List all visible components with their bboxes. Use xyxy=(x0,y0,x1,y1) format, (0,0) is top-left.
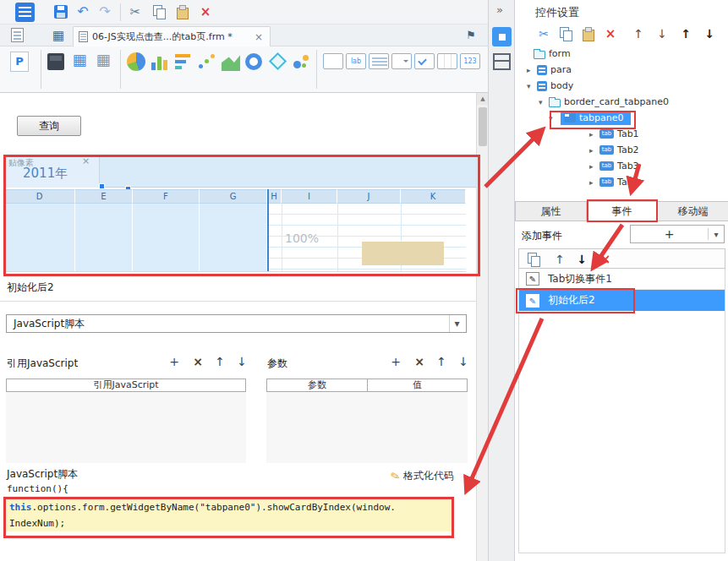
chevron-down-icon[interactable]: ▾ xyxy=(527,82,537,90)
placeholder-block[interactable] xyxy=(362,242,444,265)
chevron-right-icon[interactable]: ▸ xyxy=(589,146,599,155)
delete-event-button[interactable]: × xyxy=(597,251,614,268)
code-line-2[interactable]: IndexNum); xyxy=(6,515,452,531)
scroll-up-icon[interactable]: ▲ xyxy=(477,93,489,105)
app-logo-icon[interactable] xyxy=(15,3,35,22)
donut-chart-icon[interactable] xyxy=(245,53,262,70)
file-tab-close-icon[interactable]: × xyxy=(253,31,265,43)
chevron-right-icon[interactable]: ▸ xyxy=(589,130,599,139)
canvas-scrollbar[interactable]: ▲ xyxy=(476,93,488,561)
move-up-button[interactable]: ↑ xyxy=(677,25,694,42)
event-item-after-init[interactable]: ✎ 初始化后2 xyxy=(519,290,725,311)
column-header[interactable]: F xyxy=(133,189,200,204)
ref-js-movedown-button[interactable]: ↓ xyxy=(233,353,250,370)
chevron-right-icon[interactable]: ▸ xyxy=(527,66,537,74)
copy-widget-button[interactable] xyxy=(560,27,572,41)
tree-node-border-card[interactable]: ▾ border_card_tabpane0 xyxy=(515,94,728,110)
data-grid-icon[interactable]: ▦ xyxy=(50,27,67,44)
scrollbar-thumb[interactable] xyxy=(479,107,487,146)
report-block-tool-icon[interactable] xyxy=(47,53,64,70)
tree-node-para[interactable]: ▸ para xyxy=(515,62,728,78)
tabpane-preview[interactable] xyxy=(4,156,476,188)
redo-button[interactable]: ↷ xyxy=(96,3,113,20)
list-widget-icon[interactable] xyxy=(369,53,389,69)
tree-node-tab3[interactable]: ▸ tab Tab3 xyxy=(515,158,728,174)
ref-js-table-body[interactable] xyxy=(6,392,246,463)
collapse-panel-icon[interactable]: » xyxy=(496,3,503,16)
query-button[interactable]: 查询 xyxy=(17,116,81,136)
tree-node-form[interactable]: form xyxy=(515,46,728,62)
paste-widget-button[interactable] xyxy=(582,27,594,41)
column-header[interactable]: G xyxy=(200,189,267,204)
cut-button[interactable]: ✂ xyxy=(127,3,144,20)
js-code-editor[interactable]: this.options.form.getWidgetByName("tabpa… xyxy=(6,499,452,531)
resize-handle[interactable] xyxy=(99,183,105,189)
code-line-1[interactable]: this.options.form.getWidgetByName("tabpa… xyxy=(6,499,452,515)
event-movedown-button[interactable]: ↓ xyxy=(573,251,590,268)
cut-widget-button[interactable]: ✂ xyxy=(535,25,552,42)
area-chart-icon[interactable] xyxy=(222,52,240,71)
chevron-down-icon[interactable]: ▾ xyxy=(549,114,559,123)
float-element-close-icon[interactable]: × xyxy=(82,155,90,166)
pie-chart-icon[interactable] xyxy=(127,52,145,71)
delete-button[interactable]: × xyxy=(197,3,214,20)
copy-event-button[interactable] xyxy=(528,253,540,266)
report-block-icon[interactable] xyxy=(11,28,24,42)
param-delete-button[interactable]: × xyxy=(411,353,428,370)
chart-block-tool-icon[interactable]: ▦ xyxy=(95,52,112,68)
ref-js-add-button[interactable]: + xyxy=(166,353,183,370)
ref-js-moveup-button[interactable]: ↑ xyxy=(211,353,228,370)
undo-button[interactable]: ↶ xyxy=(74,3,91,20)
bubble-chart-icon[interactable] xyxy=(293,52,311,71)
scatter-chart-icon[interactable] xyxy=(198,52,216,71)
blank-block-tool-icon[interactable]: ▦ xyxy=(71,52,88,68)
move-top-button[interactable]: ↑ xyxy=(630,25,647,42)
file-tab[interactable]: 06-JS实现点击查...的tab页.frm * × xyxy=(73,26,271,46)
widget-settings-tool-icon[interactable] xyxy=(492,27,512,46)
grid-cell[interactable] xyxy=(4,204,75,271)
tab-events[interactable]: 事件 xyxy=(586,201,658,221)
layout-blocks-tool-icon[interactable] xyxy=(493,53,511,70)
tab-properties[interactable]: 属性 xyxy=(515,201,587,221)
number-widget-icon[interactable]: 123 xyxy=(460,53,480,69)
tree-selection[interactable]: tabpane0 xyxy=(561,111,631,125)
chevron-down-icon[interactable]: ▾ xyxy=(709,230,724,239)
tab-mobile[interactable]: 移动端 xyxy=(657,201,728,221)
tree-node-tab1[interactable]: ▸ tab Tab1 xyxy=(515,126,728,142)
column-header[interactable]: E xyxy=(75,189,133,204)
chevron-down-icon[interactable]: ▾ xyxy=(449,315,464,332)
pencil-icon[interactable]: ✎ xyxy=(526,272,539,286)
tree-node-tab2[interactable]: ▸ tab Tab2 xyxy=(515,142,728,158)
param-table-body[interactable] xyxy=(266,392,468,463)
tree-node-body[interactable]: ▾ body xyxy=(515,78,728,94)
label-widget-icon[interactable]: lab xyxy=(346,53,366,69)
ref-js-delete-button[interactable]: × xyxy=(189,353,206,370)
column-header[interactable]: J xyxy=(337,189,401,204)
combo-widget-icon[interactable] xyxy=(391,53,412,69)
move-bottom-button[interactable]: ↓ xyxy=(654,25,671,42)
column-chart-icon[interactable] xyxy=(151,52,169,71)
event-item-tab-switch[interactable]: ✎ Tab切换事件1 xyxy=(519,269,725,290)
tree-node-tabpane0[interactable]: ▾ tabpane0 xyxy=(515,110,728,126)
move-down-button[interactable]: ↓ xyxy=(701,25,718,42)
grid-cell[interactable] xyxy=(75,204,133,271)
event-moveup-button[interactable]: ↑ xyxy=(551,251,568,268)
param-add-button[interactable]: + xyxy=(387,353,404,370)
checkbox-widget-icon[interactable] xyxy=(414,53,435,69)
table-widget-icon[interactable] xyxy=(437,53,457,69)
column-header[interactable]: I xyxy=(282,189,337,204)
form-design-canvas[interactable]: 查询 2011年 贴像素 × D E F G H I J K xyxy=(0,93,476,561)
grid-selected-region[interactable] xyxy=(4,204,267,271)
column-header[interactable]: K xyxy=(401,189,466,204)
grid-cell[interactable] xyxy=(200,204,267,271)
pencil-icon[interactable]: ✎ xyxy=(526,294,539,308)
delete-widget-button[interactable]: × xyxy=(602,25,619,42)
rect-widget-icon[interactable] xyxy=(323,53,343,69)
chevron-down-icon[interactable]: ▾ xyxy=(539,98,549,106)
grid-cell[interactable] xyxy=(133,204,200,271)
copy-button[interactable] xyxy=(153,5,166,19)
bar-chart-icon[interactable] xyxy=(174,52,193,71)
pin-panel-icon[interactable]: ⚑ xyxy=(463,27,479,44)
tree-node-tab4[interactable]: ▸ tab Tab4 xyxy=(515,174,728,190)
float-element-label[interactable]: 贴像素 xyxy=(8,157,34,169)
